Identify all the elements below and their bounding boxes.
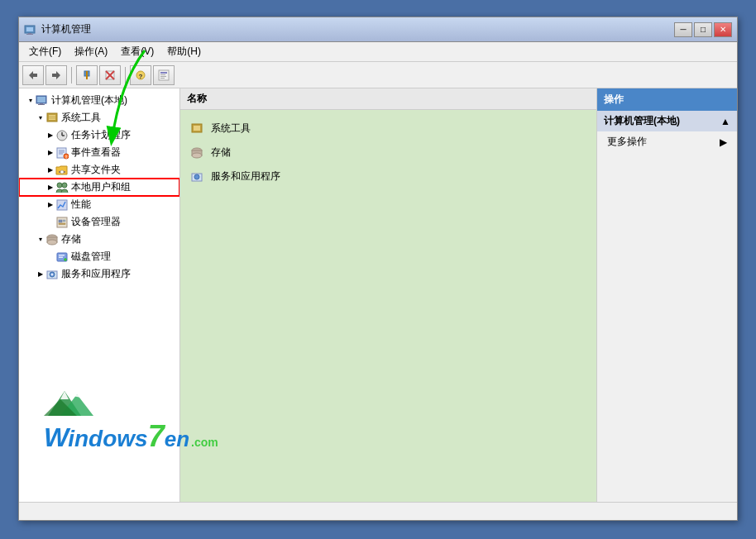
tree-panel: ▾ 计算机管理(本地) ▾ [19,88,180,502]
main-content: ▾ 计算机管理(本地) ▾ [19,88,737,502]
close-button[interactable]: ✕ [714,22,732,37]
center-storage-icon [190,146,203,160]
center-item-1[interactable]: 存储 [187,141,590,165]
svg-rect-7 [86,71,88,79]
svg-rect-44 [59,223,65,225]
svg-rect-19 [37,97,45,103]
tree-root[interactable]: ▾ 计算机管理(本地) [19,92,179,109]
event-icon: ! [55,146,69,160]
device-label: 设备管理器 [71,215,121,229]
shared-label: 共享文件夹 [71,163,121,177]
root-label: 计算机管理(本地) [51,93,127,107]
right-panel: 操作 计算机管理(本地) ▲ 更多操作 ▶ [596,88,737,502]
status-bar [19,502,737,520]
svg-rect-17 [160,78,165,79]
window-icon [24,23,37,36]
svg-rect-42 [59,220,62,222]
up-button[interactable] [76,65,98,85]
system-tools-expand: ▾ [36,113,45,123]
center-item-label-1: 存储 [211,145,231,160]
task-expand: ▶ [45,131,55,141]
system-tools-label: 系统工具 [61,111,101,125]
svg-rect-43 [63,220,65,222]
tree-shared-folders[interactable]: ▶ 共享文件夹 [19,161,179,179]
section-collapse-icon[interactable]: ▲ [720,116,730,127]
menu-bar: 文件(F) 操作(A) 查看(V) 帮助(H) [19,42,737,62]
services-icon [45,268,59,281]
center-items: 系统工具 存储 [180,110,596,195]
device-icon [55,216,69,229]
center-services-icon [190,170,203,184]
tools-icon [45,112,59,125]
menu-file[interactable]: 文件(F) [22,43,68,60]
main-window: 计算机管理 ─ □ ✕ 文件(F) 操作(A) 查看(V) 帮助(H) [18,17,738,521]
svg-rect-21 [38,104,45,105]
computer-icon [36,94,49,107]
users-label: 本地用户和组 [71,180,131,194]
tree-disk-management[interactable]: ▶ 磁盘管理 [19,248,179,265]
tree-services[interactable]: ▶ 服务和应用程序 [19,265,179,283]
services-expand: ▶ [36,270,45,279]
svg-point-35 [60,170,64,174]
disk-icon [55,250,69,264]
stop-button[interactable] [99,65,121,85]
tree-system-tools[interactable]: ▾ 系统工具 [19,109,179,126]
back-button[interactable] [22,65,44,85]
menu-action[interactable]: 操作(A) [68,43,114,60]
svg-rect-51 [59,256,63,258]
maximize-button[interactable]: □ [694,22,712,37]
properties-button[interactable] [153,65,175,85]
toolbar-separator-2 [125,67,126,83]
svg-point-39 [62,183,67,188]
svg-text:?: ? [139,73,143,80]
performance-icon [55,198,69,212]
center-item-0[interactable]: 系统工具 [187,117,590,141]
perf-label: 性能 [71,198,91,212]
title-buttons: ─ □ ✕ [674,22,732,37]
tree-storage[interactable]: ▾ 存储 [19,231,179,248]
task-label: 任务计划程序 [71,128,131,142]
users-expand: ▶ [45,183,55,193]
svg-rect-23 [49,115,55,120]
event-label: 事件查看器 [71,145,121,160]
svg-marker-5 [52,71,60,79]
storage-label: 存储 [61,232,81,246]
center-item-label-2: 服务和应用程序 [211,169,280,184]
root-expand-arrow: ▾ [26,96,36,106]
right-more-actions[interactable]: 更多操作 ▶ [597,131,737,152]
svg-rect-15 [160,74,165,75]
svg-point-47 [47,240,57,245]
title-bar-left: 计算机管理 [24,22,91,36]
svg-rect-50 [59,255,65,256]
svg-rect-40 [57,200,67,210]
more-actions-arrow: ▶ [720,136,727,148]
task-icon [55,129,69,142]
help-button[interactable]: ? [130,65,151,85]
watermark: W indows 7 en .com [180,384,218,454]
storage-icon [45,233,59,246]
tree-performance[interactable]: ▶ 性能 [19,196,179,213]
tree-local-users[interactable]: ▶ 本地用户和组 [19,179,179,196]
tree-event-viewer[interactable]: ▶ ! 事件查看器 [19,144,179,161]
svg-point-61 [194,174,199,179]
menu-view[interactable]: 查看(V) [114,43,160,60]
shared-expand: ▶ [45,165,55,175]
storage-expand: ▾ [36,235,45,245]
svg-point-54 [51,273,54,275]
window-title: 计算机管理 [41,22,91,36]
svg-rect-1 [26,27,33,31]
minimize-button[interactable]: ─ [674,22,692,37]
svg-rect-14 [160,72,167,74]
svg-marker-4 [29,71,37,79]
event-expand: ▶ [45,148,55,158]
center-item-2[interactable]: 服务和应用程序 [187,165,590,188]
tree-task-scheduler[interactable]: ▶ 任务计划程序 [19,126,179,144]
disk-label: 磁盘管理 [71,250,111,264]
svg-point-59 [192,153,202,158]
tree-device-manager[interactable]: ▶ 设备管理器 [19,213,179,231]
menu-help[interactable]: 帮助(H) [160,43,208,60]
center-item-label-0: 系统工具 [211,122,251,136]
right-section-title: 计算机管理(本地) ▲ [597,111,737,131]
svg-point-38 [57,183,62,188]
forward-button[interactable] [45,65,67,85]
